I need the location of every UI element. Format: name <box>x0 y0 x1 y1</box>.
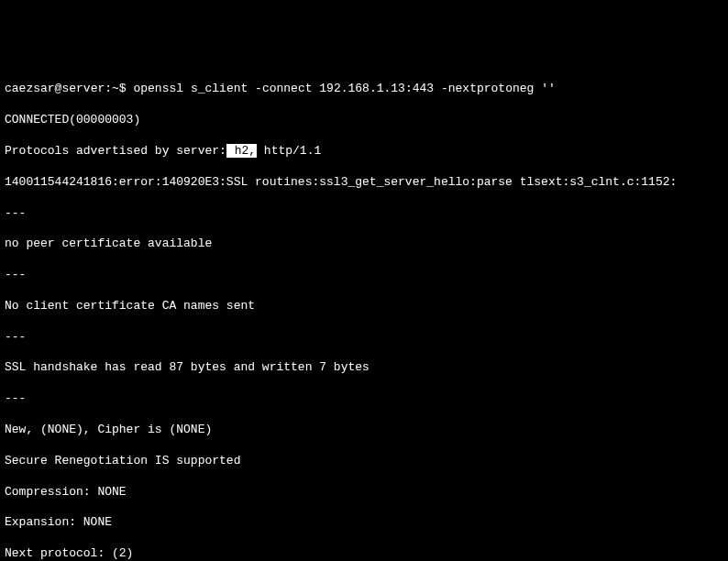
proto-highlight: h2, <box>226 144 257 158</box>
output-connected: CONNECTED(00000003) <box>5 113 723 128</box>
output-noclient: No client certificate CA names sent <box>5 299 723 314</box>
output-protocols: Protocols advertised by server: h2, http… <box>5 144 723 160</box>
command-text: openssl s_client -connect 192.168.1.13:4… <box>133 82 555 95</box>
terminal-output[interactable]: caezsar@server:~$ openssl s_client -conn… <box>5 67 723 561</box>
output-nopeer: no peer certificate available <box>5 236 723 252</box>
output-error: 140011544241816:error:140920E3:SSL routi… <box>5 175 723 191</box>
prompt-path: ~ <box>112 82 119 95</box>
output-handshake: SSL handshake has read 87 bytes and writ… <box>5 360 723 376</box>
output-securereneg: Secure Renegotiation IS supported <box>5 454 723 469</box>
prompt-line-1: caezsar@server:~$ openssl s_client -conn… <box>5 82 723 97</box>
proto-label: Protocols advertised by server: <box>5 144 226 158</box>
output-sep: --- <box>5 206 723 222</box>
output-sep: --- <box>5 391 723 407</box>
output-expansion: Expansion: NONE <box>5 515 723 531</box>
prompt-host: server <box>61 82 105 95</box>
output-nextproto: Next protocol: (2) <box>5 546 723 561</box>
prompt-symbol: $ <box>119 82 134 95</box>
prompt-user: caezsar <box>5 82 55 95</box>
prompt-colon: : <box>105 82 112 95</box>
output-sep: --- <box>5 268 723 283</box>
output-newcipher: New, (NONE), Cipher is (NONE) <box>5 423 723 438</box>
proto-rest: http/1.1 <box>257 144 321 158</box>
output-compression: Compression: NONE <box>5 485 723 500</box>
output-sep: --- <box>5 330 723 346</box>
